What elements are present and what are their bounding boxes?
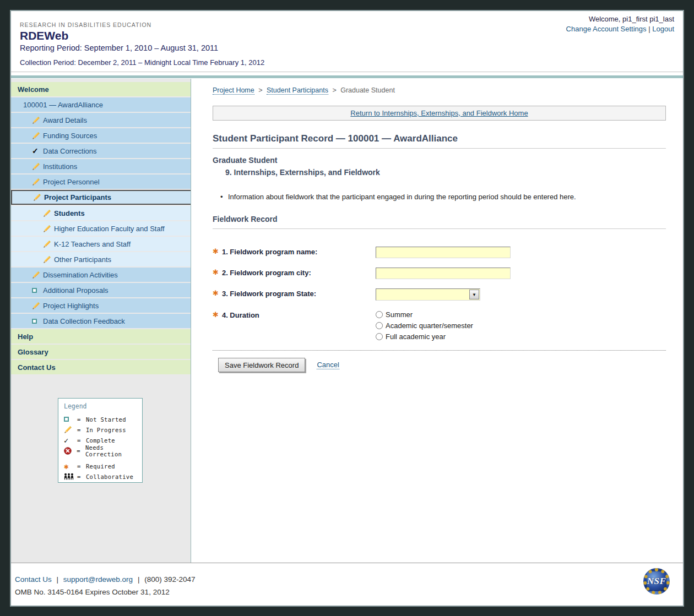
sidebar-item-contact-us[interactable]: Contact Us [11, 360, 191, 374]
reporting-period: Reporting Period: September 1, 2010 – Au… [20, 43, 264, 52]
sidebar-item-data-collection-feedback[interactable]: Data Collection Feedback [11, 314, 191, 328]
logout-link[interactable]: Logout [652, 25, 674, 33]
field-label: 1. Fieldwork program name: [222, 248, 317, 256]
sidebar-item-label: 100001 — AwardAlliance [23, 101, 103, 109]
pencil-icon [43, 225, 54, 233]
sidebar-item-dissemination[interactable]: Dissemination Activities [11, 268, 191, 282]
sidebar-item-project-participants[interactable]: Project Participants [11, 190, 191, 205]
legend-label: Not Started [86, 416, 126, 423]
sidebar-item-label: Welcome [18, 85, 49, 94]
nsf-logo: NSF [643, 568, 670, 595]
page-footer: Contact Us | support@rdeweb.org | (800) … [11, 563, 683, 606]
sidebar-item-award[interactable]: 100001 — AwardAlliance [11, 97, 191, 112]
pencil-icon [43, 255, 54, 264]
pencil-icon [32, 302, 43, 310]
cancel-link[interactable]: Cancel [317, 361, 339, 369]
return-home-link[interactable]: Return to Internships, Externships, and … [350, 109, 528, 117]
app-title: RDEWeb [20, 29, 264, 42]
legend-label: Complete [86, 437, 115, 444]
duration-option-full-year[interactable]: Full academic year [376, 332, 473, 341]
duration-option-summer[interactable]: Summer [376, 310, 473, 319]
sidebar-item-other-participants[interactable]: Other Participants [11, 252, 191, 266]
sidebar-item-award-details[interactable]: Award Details [11, 113, 191, 127]
duration-radio-group: Summer Academic quarter/semester Full ac… [376, 310, 473, 341]
sidebar-item-label: Dissemination Activities [43, 271, 118, 279]
fieldwork-program-city-input[interactable] [376, 268, 511, 279]
pencil-icon [43, 240, 54, 248]
fieldwork-form: ✱ 1. Fieldwork program name: ✱ 2. Fieldw… [213, 247, 666, 372]
legend-item-collaborative: = Collaborative [64, 471, 142, 482]
legend-label: Collaborative [86, 473, 133, 480]
summer-radio[interactable] [376, 311, 383, 318]
account-links-separator: | [648, 25, 650, 33]
info-bullet: • Information about fieldwork that the p… [220, 193, 666, 201]
radio-label: Summer [386, 310, 413, 319]
academic-quarter-radio[interactable] [376, 322, 383, 329]
duration-option-academic-quarter[interactable]: Academic quarter/semester [376, 321, 473, 330]
save-fieldwork-record-button[interactable]: Save Fieldwork Record [218, 358, 305, 372]
breadcrumb-project-home[interactable]: Project Home [213, 86, 254, 95]
legend-label: Required [86, 463, 115, 470]
breadcrumb: Project Home > Student Participants > Gr… [213, 86, 666, 94]
required-asterisk-icon: ✱ [213, 311, 219, 318]
not-started-square-icon [32, 319, 43, 324]
pencil-icon [64, 426, 77, 434]
sidebar-item-welcome[interactable]: Welcome [11, 82, 191, 96]
legend-title: Legend [64, 402, 142, 410]
sidebar-item-additional-proposals[interactable]: Additional Proposals [11, 283, 191, 297]
nsf-logo-text: NSF [647, 576, 666, 587]
welcome-user: Welcome, pi1_first pi1_last [566, 15, 674, 23]
page-header: RESEARCH IN DISABILITIES EDUCATION RDEWe… [11, 11, 683, 72]
sidebar-item-project-personnel[interactable]: Project Personnel [11, 175, 191, 189]
sidebar-item-label: Other Participants [54, 255, 111, 264]
sidebar-item-k12-teachers[interactable]: K-12 Teachers and Staff [11, 237, 191, 251]
field-label: 2. Fieldwork program city: [222, 269, 311, 277]
form-row-program-city: ✱ 2. Fieldwork program city: [213, 268, 666, 279]
pencil-icon [32, 162, 43, 171]
sidebar-nav: Welcome 100001 — AwardAlliance Award Det… [11, 79, 191, 563]
sidebar-item-label: Help [18, 332, 33, 341]
breadcrumb-current: Graduate Student [340, 86, 395, 94]
sidebar-item-students[interactable]: Students [11, 206, 191, 220]
fieldwork-program-name-input[interactable] [376, 247, 511, 258]
fieldwork-state-select[interactable]: ▼ [376, 288, 480, 301]
info-bullet-text: Information about fieldwork that the par… [228, 193, 576, 201]
check-icon: ✓ [32, 147, 43, 155]
sidebar-item-higher-ed-faculty[interactable]: Higher Education Faculty and Staff [11, 221, 191, 236]
legend-item-needs-correction: = Needs Correction [64, 445, 142, 456]
full-academic-year-radio[interactable] [376, 333, 383, 340]
chevron-down-icon[interactable]: ▼ [469, 290, 479, 299]
form-row-program-name: ✱ 1. Fieldwork program name: [213, 247, 666, 258]
sidebar-item-label: Project Highlights [43, 302, 99, 310]
error-icon [64, 447, 77, 455]
sidebar-item-label: Award Details [43, 116, 87, 124]
fieldset-title: Fieldwork Record [213, 215, 666, 229]
radio-label: Academic quarter/semester [386, 321, 473, 330]
sidebar-item-label: Institutions [43, 162, 77, 171]
footer-phone: (800) 392-2047 [144, 575, 195, 584]
sidebar-item-help[interactable]: Help [11, 329, 191, 344]
footer-contact-us-link[interactable]: Contact Us [15, 575, 52, 584]
sidebar-item-label: Glossary [18, 348, 48, 356]
sidebar-item-institutions[interactable]: Institutions [11, 159, 191, 173]
sidebar-item-glossary[interactable]: Glossary [11, 345, 191, 359]
sidebar-item-label: K-12 Teachers and Staff [54, 240, 131, 248]
collection-period: Collection Period: December 2, 2011 – Mi… [20, 58, 264, 67]
sidebar-item-label: Funding Sources [43, 132, 97, 140]
sidebar-item-project-highlights[interactable]: Project Highlights [11, 298, 191, 313]
section-title: 9. Internships, Externships, and Fieldwo… [225, 168, 666, 177]
pencil-icon [32, 116, 43, 124]
legend-label: In Progress [86, 427, 126, 433]
breadcrumb-student-participants[interactable]: Student Participants [267, 86, 328, 95]
form-row-program-state: ✱ 3. Fieldwork program State: ▼ [213, 288, 666, 301]
legend-box: Legend = Not Started = In Progress ✓ = C… [58, 398, 143, 483]
required-asterisk-icon: ✱ [64, 462, 77, 470]
sidebar-item-data-corrections[interactable]: ✓ Data Corrections [11, 144, 191, 158]
sidebar-item-label: Students [54, 209, 85, 217]
form-divider [213, 350, 666, 351]
required-asterisk-icon: ✱ [213, 269, 219, 276]
sidebar-item-funding-sources[interactable]: Funding Sources [11, 128, 191, 143]
footer-email-link[interactable]: support@rdeweb.org [63, 575, 133, 584]
change-account-settings-link[interactable]: Change Account Settings [566, 25, 647, 33]
sidebar-item-label: Project Participants [44, 193, 111, 201]
